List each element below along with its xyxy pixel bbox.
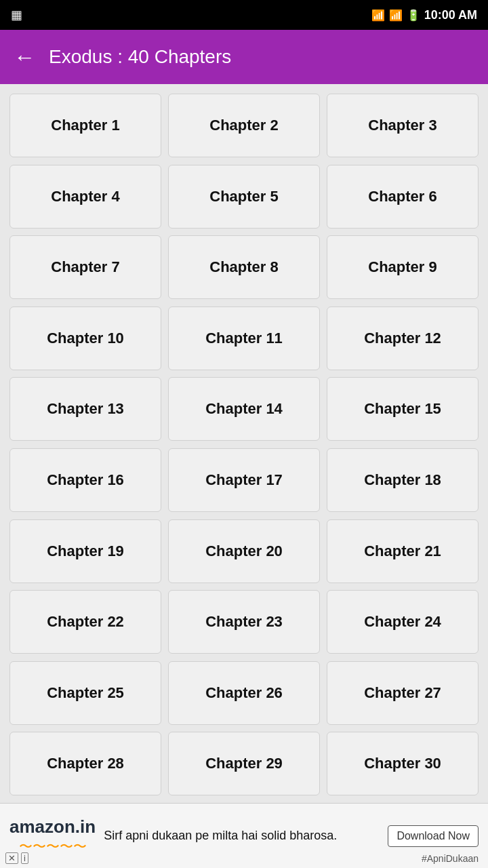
chapter-button-23[interactable]: Chapter 23 xyxy=(168,590,320,654)
chapter-button-9[interactable]: Chapter 9 xyxy=(327,235,479,299)
chapter-button-7[interactable]: Chapter 7 xyxy=(9,235,161,299)
chapter-button-14[interactable]: Chapter 14 xyxy=(168,377,320,441)
signal-icon: 📶 xyxy=(389,9,403,22)
chapter-button-15[interactable]: Chapter 15 xyxy=(327,377,479,441)
status-bar: ▦ 📶 📶 🔋 10:00 AM xyxy=(0,0,488,30)
ad-amazon-label: amazon.in xyxy=(9,816,96,837)
chapter-button-10[interactable]: Chapter 10 xyxy=(9,307,161,370)
chapter-button-18[interactable]: Chapter 18 xyxy=(327,448,479,512)
status-bar-right-icons: 📶 📶 🔋 10:00 AM xyxy=(371,8,477,22)
ad-hashtag: #ApniDukaan xyxy=(422,853,479,864)
menu-icon: ▦ xyxy=(11,7,22,22)
chapter-button-11[interactable]: Chapter 11 xyxy=(168,307,320,370)
ad-close-area: ✕ i xyxy=(5,852,28,864)
chapter-button-24[interactable]: Chapter 24 xyxy=(327,590,479,654)
ad-amazon-logo: amazon.in 〜〜〜〜〜 xyxy=(9,816,96,856)
back-button[interactable]: ← xyxy=(14,45,35,70)
ad-text: Sirf apni dukaan pe milta hai solid bhar… xyxy=(104,827,380,844)
chapter-button-12[interactable]: Chapter 12 xyxy=(327,307,479,370)
ad-download-button[interactable]: Download Now xyxy=(388,825,479,847)
chapter-button-29[interactable]: Chapter 29 xyxy=(168,732,320,795)
chapter-button-3[interactable]: Chapter 3 xyxy=(327,94,479,157)
chapter-button-30[interactable]: Chapter 30 xyxy=(327,732,479,795)
chapter-button-13[interactable]: Chapter 13 xyxy=(9,377,161,441)
chapter-button-8[interactable]: Chapter 8 xyxy=(168,235,320,299)
ad-close-button[interactable]: ✕ xyxy=(5,852,18,864)
chapter-button-2[interactable]: Chapter 2 xyxy=(168,94,320,157)
chapter-button-21[interactable]: Chapter 21 xyxy=(327,519,479,583)
chapter-button-16[interactable]: Chapter 16 xyxy=(9,448,161,512)
chapter-button-26[interactable]: Chapter 26 xyxy=(168,661,320,725)
chapter-button-5[interactable]: Chapter 5 xyxy=(168,165,320,229)
chapter-button-6[interactable]: Chapter 6 xyxy=(327,165,479,229)
status-time: 10:00 AM xyxy=(424,8,477,22)
chapter-button-17[interactable]: Chapter 17 xyxy=(168,448,320,512)
chapter-button-4[interactable]: Chapter 4 xyxy=(9,165,161,229)
chapter-button-20[interactable]: Chapter 20 xyxy=(168,519,320,583)
chapters-grid: Chapter 1Chapter 2Chapter 3Chapter 4Chap… xyxy=(0,84,488,796)
chapter-button-1[interactable]: Chapter 1 xyxy=(9,94,161,157)
chapter-button-25[interactable]: Chapter 25 xyxy=(9,661,161,725)
page-title: Exodus : 40 Chapters xyxy=(49,46,231,68)
ad-banner: amazon.in 〜〜〜〜〜 Sirf apni dukaan pe milt… xyxy=(0,803,488,868)
chapter-button-28[interactable]: Chapter 28 xyxy=(9,732,161,795)
chapter-button-22[interactable]: Chapter 22 xyxy=(9,590,161,654)
status-bar-left-icons: ▦ xyxy=(11,7,22,22)
toolbar: ← Exodus : 40 Chapters xyxy=(0,30,488,84)
wifi-icon: 📶 xyxy=(371,9,385,22)
ad-amazon-smile: 〜〜〜〜〜 xyxy=(19,837,87,856)
chapter-button-27[interactable]: Chapter 27 xyxy=(327,661,479,725)
chapter-button-19[interactable]: Chapter 19 xyxy=(9,519,161,583)
ad-info-button[interactable]: i xyxy=(21,852,28,864)
battery-icon: 🔋 xyxy=(407,9,420,22)
